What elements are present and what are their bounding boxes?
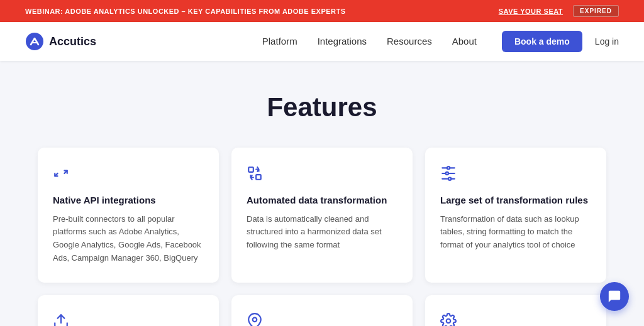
accutics-logo-icon — [25, 32, 44, 51]
chat-icon — [608, 290, 621, 303]
svg-point-0 — [26, 33, 43, 50]
svg-point-9 — [447, 166, 450, 169]
svg-point-11 — [448, 178, 451, 180]
feature-title-native-api: Native API integrations — [53, 194, 204, 207]
feature-desc-native-api: Pre-built connectors to all popular plat… — [53, 213, 204, 265]
feature-card-destinations: Multiple data destinations Vast collecti… — [231, 295, 413, 326]
nav-about[interactable]: About — [452, 36, 477, 46]
svg-point-13 — [253, 317, 257, 322]
promo-banner: WEBINAR: ADOBE ANALYTICS UNLOCKED – KEY … — [0, 0, 644, 22]
nav-platform[interactable]: Platform — [262, 36, 297, 46]
feature-title-auto-transform: Automated data transformation — [247, 194, 397, 207]
login-button[interactable]: Log in — [595, 36, 619, 46]
svg-point-14 — [447, 318, 451, 323]
feature-card-auto-imports: Automated data imports Data is automatic… — [38, 295, 219, 326]
svg-point-10 — [446, 172, 448, 175]
feature-card-auto-transform: Automated data transformation Data is au… — [231, 148, 413, 283]
chat-widget[interactable] — [600, 282, 629, 311]
feature-desc-auto-transform: Data is automatically cleaned and struct… — [247, 213, 397, 252]
nav-resources[interactable]: Resources — [387, 36, 432, 46]
page-title: Features — [38, 92, 606, 122]
svg-rect-2 — [256, 175, 261, 180]
svg-rect-1 — [248, 167, 253, 172]
banner-actions: SAVE YOUR SEAT EXPIRED — [499, 5, 619, 17]
upload-icon — [53, 313, 204, 326]
nav-integrations[interactable]: Integrations — [318, 36, 367, 46]
features-grid: Native API integrations Pre-built connec… — [38, 148, 606, 326]
gear-icon — [440, 313, 591, 326]
feature-title-transform-rules: Large set of transformation rules — [440, 194, 591, 207]
feature-desc-transform-rules: Transformation of data such as lookup ta… — [440, 213, 591, 252]
filter-icon — [440, 165, 591, 185]
feature-card-configurable: Configurable import and breakdown levels… — [425, 295, 606, 326]
nav-links: Platform Integrations Resources About — [262, 36, 477, 47]
navbar: Accutics Platform Integrations Resources… — [0, 22, 644, 61]
main-content: Features Native API integrations Pre-bui… — [0, 61, 644, 326]
expired-badge: EXPIRED — [573, 5, 619, 17]
feature-card-transform-rules: Large set of transformation rules Transf… — [425, 148, 606, 283]
logo-text: Accutics — [49, 35, 96, 48]
nav-actions: Book a demo Log in — [502, 31, 619, 52]
logo[interactable]: Accutics — [25, 32, 96, 51]
book-demo-button[interactable]: Book a demo — [502, 31, 582, 52]
banner-text: WEBINAR: ADOBE ANALYTICS UNLOCKED – KEY … — [25, 8, 499, 15]
arrows-icon — [53, 165, 204, 185]
pin-icon — [247, 313, 397, 326]
transform-icon — [247, 165, 397, 185]
feature-card-native-api: Native API integrations Pre-built connec… — [38, 148, 219, 283]
save-seat-link[interactable]: SAVE YOUR SEAT — [499, 8, 563, 15]
